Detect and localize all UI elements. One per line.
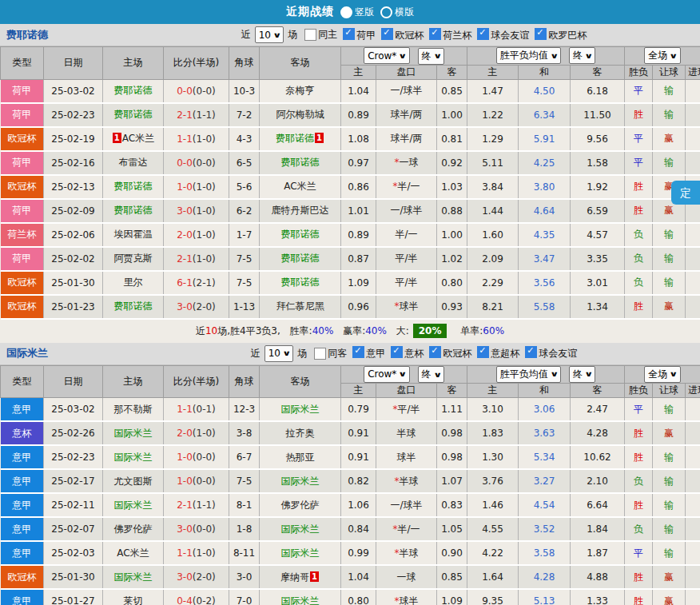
- league-checkbox[interactable]: [352, 346, 364, 358]
- layout-radio-vertical-label: 竖版: [355, 6, 374, 19]
- home-team[interactable]: 费耶诺德: [103, 199, 164, 223]
- corners-count: 7-5: [229, 469, 260, 493]
- avg-type-select[interactable]: 胜平负均值∨: [496, 47, 561, 64]
- home-team[interactable]: 莱切: [103, 589, 164, 605]
- avg-type-select[interactable]: 胜平负均值∨: [496, 366, 561, 383]
- league-filters: 意甲意杯欧冠杯意超杯球会友谊: [347, 346, 577, 360]
- home-team[interactable]: 国际米兰: [103, 565, 164, 589]
- away-team[interactable]: 国际米兰: [260, 469, 341, 493]
- odds-time-select[interactable]: 终∨: [418, 48, 444, 65]
- result-cell: 胜: [625, 445, 653, 469]
- handicap-line: 球半/两: [376, 127, 437, 151]
- handicap-line: *半/一: [376, 175, 437, 199]
- league-type-badge: 欧冠杯: [1, 127, 44, 151]
- away-team[interactable]: 费耶诺德1: [260, 127, 341, 151]
- handicap-result-cell: 输: [653, 223, 686, 247]
- corners-count: 10-3: [229, 79, 260, 103]
- away-team[interactable]: 热那亚: [260, 445, 341, 469]
- home-team[interactable]: 费耶诺德: [103, 79, 164, 103]
- handicap-result-cell: 输: [653, 469, 686, 493]
- away-team[interactable]: 国际米兰: [260, 398, 341, 422]
- league-checkbox[interactable]: [535, 28, 547, 40]
- handicap-result-cell: 输: [653, 247, 686, 271]
- away-team[interactable]: AC米兰: [260, 175, 341, 199]
- match-count-select[interactable]: 10∨: [264, 345, 294, 362]
- table-row: 欧冠杯 25-01-30 国际米兰 3-0(2-0) 3-0 摩纳哥1 1.04…: [1, 565, 700, 589]
- home-team[interactable]: 费耶诺德: [103, 295, 164, 319]
- league-checkbox[interactable]: [391, 346, 403, 358]
- avg-home-odds: 2.09: [467, 247, 519, 271]
- league-checkbox[interactable]: [525, 346, 537, 358]
- away-team[interactable]: 费耶诺德: [260, 271, 341, 295]
- avg-time-select[interactable]: 终∨: [569, 366, 595, 383]
- col-avg-away: 客: [571, 384, 625, 398]
- home-team[interactable]: 国际米兰: [103, 493, 164, 517]
- league-checkbox[interactable]: [477, 346, 489, 358]
- caret-down-icon: ∨: [282, 349, 291, 357]
- home-team[interactable]: 佛罗伦萨: [103, 517, 164, 541]
- league-checkbox[interactable]: [429, 28, 441, 40]
- avg-group-header: 胜平负均值∨ 终∨: [467, 47, 625, 66]
- away-team[interactable]: 国际米兰: [260, 541, 341, 565]
- team-name-link[interactable]: 费耶诺德: [6, 28, 126, 42]
- same-venue-label: 同主: [318, 28, 337, 42]
- away-team[interactable]: 费耶诺德: [260, 151, 341, 175]
- home-team[interactable]: 里尔: [103, 271, 164, 295]
- league-checkbox[interactable]: [477, 28, 489, 40]
- away-team[interactable]: 拉齐奥: [260, 421, 341, 445]
- away-team[interactable]: 费耶诺德: [260, 247, 341, 271]
- away-team[interactable]: 奈梅亨: [260, 79, 341, 103]
- same-venue-checkbox[interactable]: [304, 29, 316, 41]
- away-team[interactable]: 阿尔梅勒城: [260, 103, 341, 127]
- handicap-line: *半球: [376, 469, 437, 493]
- home-team[interactable]: 埃因霍温: [103, 223, 164, 247]
- away-team[interactable]: 国际米兰: [260, 589, 341, 605]
- odds-group-header: Crow*∨ 终∨: [341, 47, 467, 66]
- layout-radio-horizontal[interactable]: [380, 6, 392, 18]
- odds-time-select[interactable]: 终∨: [418, 366, 444, 383]
- home-team[interactable]: AC米兰: [103, 541, 164, 565]
- league-type-badge: 欧冠杯: [1, 295, 44, 319]
- odds-company-select[interactable]: Crow*∨: [364, 366, 410, 383]
- away-odds: 0.85: [437, 79, 467, 103]
- team-name-link[interactable]: 国际米兰: [6, 346, 126, 360]
- league-checkbox[interactable]: [381, 28, 393, 40]
- away-odds: 1.11: [437, 398, 467, 422]
- home-team[interactable]: 尤文图斯: [103, 469, 164, 493]
- odds-company-select[interactable]: Crow*∨: [364, 47, 410, 64]
- home-team[interactable]: 1AC米兰: [103, 127, 164, 151]
- league-type-badge: 意甲: [1, 493, 44, 517]
- same-venue-checkbox[interactable]: [314, 348, 326, 360]
- col-away: 客场: [260, 365, 341, 398]
- pin-tab[interactable]: 定: [671, 181, 700, 205]
- away-team[interactable]: 费耶诺德: [260, 223, 341, 247]
- away-team[interactable]: 拜仁慕尼黑: [260, 295, 341, 319]
- team-filter-bar: 国际米兰 近 10∨ 场 同客 意甲意杯欧冠杯意超杯球会友谊: [0, 343, 700, 365]
- home-team[interactable]: 那不勒斯: [103, 398, 164, 422]
- away-team[interactable]: 佛罗伦萨: [260, 493, 341, 517]
- away-team[interactable]: 鹿特丹斯巴达: [260, 199, 341, 223]
- match-count-select[interactable]: 10∨: [255, 26, 284, 43]
- avg-time-select[interactable]: 终∨: [569, 47, 595, 64]
- scope-select[interactable]: 全场∨: [644, 366, 680, 383]
- avg-away-odds: 1.33: [571, 589, 625, 605]
- layout-radio-vertical[interactable]: [340, 6, 352, 18]
- league-type-badge: 欧冠杯: [1, 175, 44, 199]
- corners-count: 4-3: [229, 127, 260, 151]
- home-odds: 1.09: [341, 271, 376, 295]
- home-team[interactable]: 费耶诺德: [103, 175, 164, 199]
- near-label: 近: [241, 28, 251, 42]
- home-team[interactable]: 阿贾克斯: [103, 247, 164, 271]
- home-team[interactable]: 国际米兰: [103, 421, 164, 445]
- home-team[interactable]: 布雷达: [103, 151, 164, 175]
- scope-select[interactable]: 全场∨: [644, 47, 680, 64]
- goals-cell: [686, 103, 700, 127]
- avg-home-odds: 1.30: [467, 445, 519, 469]
- league-checkbox[interactable]: [429, 346, 441, 358]
- home-team[interactable]: 国际米兰: [103, 445, 164, 469]
- league-checkbox[interactable]: [343, 28, 355, 40]
- matches-table: 类型 日期 主场 比分(半场) 角球 客场 Crow*∨ 终∨ 胜平负均值∨ 终…: [0, 365, 700, 605]
- away-team[interactable]: 摩纳哥1: [260, 565, 341, 589]
- home-team[interactable]: 费耶诺德: [103, 103, 164, 127]
- away-team[interactable]: 国际米兰: [260, 517, 341, 541]
